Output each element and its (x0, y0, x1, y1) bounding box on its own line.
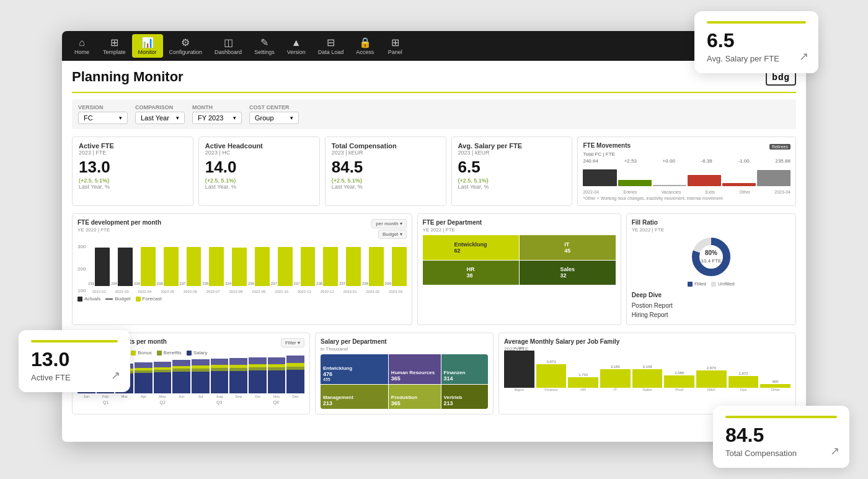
nav-panel[interactable]: ⊞ Panel (380, 34, 410, 58)
nav-access[interactable]: 🔒 Access (350, 34, 380, 58)
nav-configuration-label: Configuration (169, 49, 203, 55)
nav-dashboard-label: Dashboard (215, 49, 242, 55)
nav-panel-label: Panel (388, 49, 402, 55)
month-select[interactable]: FY 2023 ▾ (192, 112, 242, 124)
position-report-link[interactable]: Postion Report (632, 301, 790, 310)
bar-wrapper-5 (209, 247, 224, 286)
comparison-filter-label: Comparison (135, 104, 185, 110)
salary-month-label-9: Oct (255, 395, 260, 398)
salary-segment-3-7 (211, 359, 229, 365)
avg-label-4: Sales (632, 388, 663, 392)
fte-dept-cell-3: HR38 (423, 261, 519, 285)
bar-number-0: 231 (88, 282, 94, 285)
x-label-12: 2023-02 (362, 290, 384, 293)
bar-number-1: 234 (111, 282, 117, 285)
salary-segment-3-6 (192, 359, 210, 365)
avg-bar-group-4: 3,149Sales (632, 365, 663, 392)
salary-dept-title: Salary per Department (321, 338, 488, 345)
avg-bar-group-2: 1,714HR (568, 373, 598, 392)
nav-monitor[interactable]: 📊 Monitor (132, 34, 163, 58)
avg-bar-rect-0 (504, 351, 534, 388)
card-accent (707, 21, 806, 24)
comparison-select[interactable]: Last Year ▾ (135, 112, 185, 124)
salary-comp-filter[interactable]: Filter ▾ (281, 338, 304, 347)
fte-development-chart: FTE development per month YE 2022 | FTE … (72, 213, 412, 325)
nav-home[interactable]: ⌂ Home (67, 35, 97, 58)
nav-template-label: Template (103, 49, 126, 55)
actual-bar-10 (323, 247, 338, 286)
x-label-1: 2022-03 (111, 290, 133, 293)
actual-bar-6 (232, 248, 247, 286)
salary-stack-9 (249, 357, 267, 393)
kpi-comp-change: (+2.5, 5.1%) (332, 177, 440, 184)
salary-month-9: Oct (249, 357, 267, 398)
kpi-hc-value: 14.0 (205, 158, 313, 176)
nav-dashboard[interactable]: ◫ Dashboard (208, 34, 248, 58)
legend-bonus: Bonus (131, 350, 152, 356)
home-icon: ⌂ (79, 37, 85, 48)
avg-label-2: HR (568, 388, 598, 392)
bar-wrapper-2 (141, 247, 156, 286)
avg-label-3: IT (600, 388, 631, 392)
salary-segment-3-4 (154, 362, 172, 367)
card-accent (31, 340, 118, 342)
nav-settings-label: Settings (254, 49, 275, 55)
avg-salary-card: 6.5 Avg. Salary per FTE ↗ (694, 11, 818, 73)
nav-dataload-label: Data Load (318, 49, 344, 55)
salary-month-label-6: Jul (198, 395, 203, 398)
month-value: FY 2023 (198, 114, 223, 122)
hiring-report-link[interactable]: Hiring Report (632, 310, 790, 320)
version-select[interactable]: FC ▾ (78, 112, 128, 124)
nav-access-label: Access (356, 49, 374, 55)
actual-bar-4 (187, 247, 202, 286)
costcenter-select[interactable]: Group ▾ (249, 112, 299, 124)
costcenter-value: Group (255, 114, 274, 122)
avg-bar-group-3: 3,182IT (600, 365, 631, 392)
legend-budget: Budget (105, 296, 130, 302)
fte-dev-filter-permonth[interactable]: per month ▾ (371, 219, 406, 228)
salary-segment-0-6 (192, 372, 210, 393)
filter-bar: Version FC ▾ Comparison Last Year ▾ Mont… (72, 99, 796, 129)
month-chevron: ▾ (233, 115, 236, 121)
avg-bar-group-8: 600Other (760, 380, 790, 392)
fte-movements-card: FTE Movements Retirees Total FC | FTE 24… (577, 137, 796, 206)
fte-dev-title: FTE development per month (78, 219, 161, 226)
avg-salary-bars: 6,342Mgmt3,973Finance1,714HR3,182IT3,149… (504, 354, 790, 392)
avg-bar-rect-5 (664, 375, 694, 388)
salary-month-7: Aug (211, 359, 229, 398)
kpi-avg-salary: Avg. Salary per FTE 2023 | kEUR 6.5 (+2.… (451, 137, 573, 206)
actual-bar-5 (209, 247, 224, 286)
legend-bonus-label: Bonus (138, 350, 152, 356)
access-icon: 🔒 (359, 37, 371, 48)
nav-settings[interactable]: ✎ Settings (248, 34, 281, 58)
kpi-fte-value: 13.0 (79, 158, 187, 176)
bar-group-3: 236 (157, 247, 179, 286)
fte-dev-filter-budget[interactable]: Budget ▾ (378, 230, 407, 239)
legend-open: Unfilled (711, 281, 735, 287)
bar-wrapper-9 (301, 247, 316, 286)
kpi-headcount: Active Headcount 2023 | HC 14.0 (+2.5, 5… (198, 137, 320, 206)
salary-month-label-3: Apr (141, 395, 146, 398)
avg-bar-group-5: 2,086Prod (664, 371, 694, 392)
version-filter: Version FC ▾ (78, 104, 128, 124)
avg-bar-rect-7 (728, 376, 759, 388)
actual-bar-11 (346, 247, 361, 286)
bar-group-8: 237 (271, 247, 293, 286)
y-label-300: 300 (78, 244, 86, 249)
nav-version[interactable]: ▲ Version (281, 35, 312, 58)
nav-configuration[interactable]: ⚙ Configuration (163, 34, 209, 58)
nav-dataload[interactable]: ⊟ Data Load (312, 34, 350, 58)
legend-actuals: Actuals (78, 296, 100, 302)
kpi-fte-change-label: Last Year, % (79, 184, 187, 190)
avg-label-8: Other (760, 388, 790, 392)
bar-group-10: 236 (316, 247, 338, 286)
fte-dept-cell-1: Entwicklung62 (423, 235, 519, 260)
x-label-6: 2022-08 (225, 290, 247, 293)
nav-home-label: Home (74, 49, 89, 55)
nav-template[interactable]: ⊞ Template (97, 34, 132, 58)
legend-forecast: Forecast (136, 296, 162, 302)
fte-total-label: Total FC | FTE (583, 151, 790, 157)
fte-dept-cell-2: IT45 (520, 235, 616, 260)
fte-dev-title-group: FTE development per month YE 2022 | FTE (78, 219, 161, 235)
fte-dept-title: FTE per Department (423, 219, 616, 226)
